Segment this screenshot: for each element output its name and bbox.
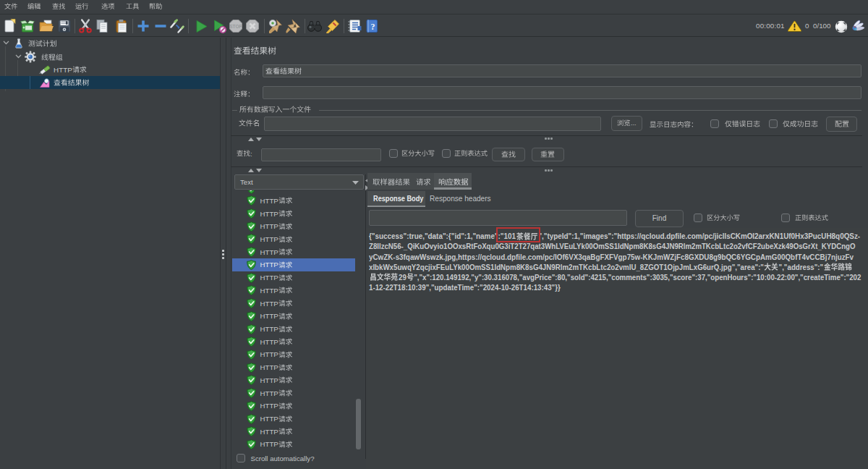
svg-text:?: ? — [371, 22, 375, 32]
svg-text:STOP: STOP — [229, 24, 242, 29]
